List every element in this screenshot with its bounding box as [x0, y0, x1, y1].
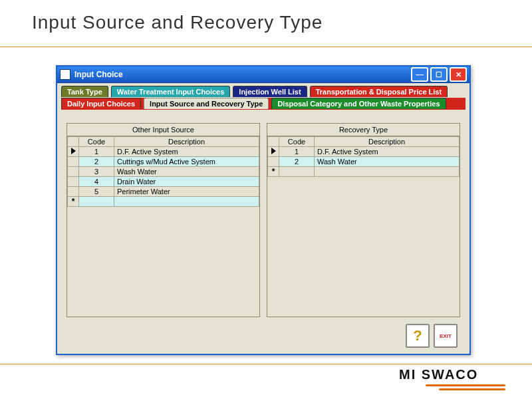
tab-input-source-recovery[interactable]: Input Source and Recovery Type: [144, 98, 269, 109]
brand-text: MI SWACO: [399, 367, 478, 382]
tab-tank-type[interactable]: Tank Type: [61, 86, 108, 97]
cell-desc[interactable]: Perimeter Water: [114, 187, 259, 197]
table-row[interactable]: 2 Cuttings w/Mud Active System: [68, 157, 259, 167]
new-row-indicator: *: [68, 197, 79, 207]
cell-desc[interactable]: Drain Water: [114, 177, 259, 187]
cell-desc[interactable]: Cuttings w/Mud Active System: [114, 157, 259, 167]
cell-code[interactable]: 5: [79, 187, 114, 197]
other-input-source-grid[interactable]: Code Description 1 D.F. Active System 2 …: [67, 136, 259, 207]
cell-code[interactable]: 4: [79, 177, 114, 187]
swoosh-icon: [439, 388, 505, 390]
app-window: Input Choice –– ☐ ✕ Tank Type Water Trea…: [56, 65, 471, 355]
col-code[interactable]: Code: [279, 137, 315, 147]
tab-disposal-category[interactable]: Disposal Category and Other Waste Proper…: [271, 98, 446, 109]
minimize-button[interactable]: ––: [411, 67, 428, 82]
recovery-type-grid[interactable]: Code Description 1 D.F. Active System 2 …: [267, 136, 460, 177]
divider-bottom: [0, 364, 532, 364]
cell-code[interactable]: [279, 167, 315, 177]
swoosh-icon: [426, 384, 505, 386]
table-row[interactable]: 1 D.F. Active System: [68, 147, 259, 157]
cell-desc[interactable]: Wash Water: [315, 157, 460, 167]
cell-code[interactable]: 2: [279, 157, 315, 167]
close-button[interactable]: ✕: [450, 67, 467, 82]
col-description[interactable]: Description: [114, 137, 259, 147]
cell-desc[interactable]: D.F. Active System: [114, 147, 259, 157]
cell-code[interactable]: 2: [79, 157, 114, 167]
cell-code[interactable]: [79, 197, 114, 207]
app-icon: [60, 69, 70, 80]
exit-button[interactable]: EXIT: [434, 324, 458, 348]
cell-desc[interactable]: [114, 197, 259, 207]
table-row[interactable]: 3 Wash Water: [68, 167, 259, 177]
tab-daily-input[interactable]: Daily Input Choices: [61, 98, 141, 109]
col-description[interactable]: Description: [315, 137, 460, 147]
tab-injection-well[interactable]: Injection Well List: [233, 86, 307, 97]
titlebar[interactable]: Input Choice –– ☐ ✕: [57, 66, 469, 83]
table-row[interactable]: 5 Perimeter Water: [68, 187, 259, 197]
table-row[interactable]: 4 Drain Water: [68, 177, 259, 187]
table-row[interactable]: 2 Wash Water: [268, 157, 460, 167]
current-row-indicator: [268, 147, 279, 157]
table-row[interactable]: 1 D.F. Active System: [268, 147, 460, 157]
slide-title: Input Source and Recovery Type: [32, 12, 323, 33]
col-code[interactable]: Code: [79, 137, 114, 147]
other-input-source-panel: Other Input Source Code Description 1 D.…: [66, 123, 260, 317]
right-panel-title: Recovery Type: [267, 124, 460, 136]
current-row-indicator: [68, 147, 79, 157]
row-selector-header: [68, 137, 79, 147]
cell-desc[interactable]: D.F. Active System: [315, 147, 460, 157]
new-row-indicator: *: [268, 167, 279, 177]
maximize-button[interactable]: ☐: [430, 67, 448, 82]
divider-top: [0, 47, 532, 47]
recovery-type-panel: Recovery Type Code Description 1 D.F. Ac…: [267, 123, 460, 317]
window-title: Input Choice: [74, 70, 123, 79]
tab-water-treatment[interactable]: Water Treatment Input Choices: [111, 86, 231, 97]
cell-code[interactable]: 1: [79, 147, 114, 157]
exit-label: EXIT: [440, 333, 452, 339]
cell-code[interactable]: 3: [79, 167, 114, 177]
tab-bar: Tank Type Water Treatment Input Choices …: [57, 86, 469, 112]
left-panel-title: Other Input Source: [67, 124, 259, 136]
new-row[interactable]: *: [268, 167, 460, 177]
help-icon: ?: [413, 327, 422, 344]
cell-code[interactable]: 1: [279, 147, 315, 157]
new-row[interactable]: *: [68, 197, 259, 207]
row-selector-header: [268, 137, 279, 147]
brand-logo: MI SWACO: [399, 367, 512, 394]
help-button[interactable]: ?: [406, 324, 430, 348]
cell-desc[interactable]: [315, 167, 460, 177]
cell-desc[interactable]: Wash Water: [114, 167, 259, 177]
tab-transport-disposal[interactable]: Transportation & Disposal Price List: [310, 86, 448, 97]
content-area: Other Input Source Code Description 1 D.…: [66, 123, 460, 317]
